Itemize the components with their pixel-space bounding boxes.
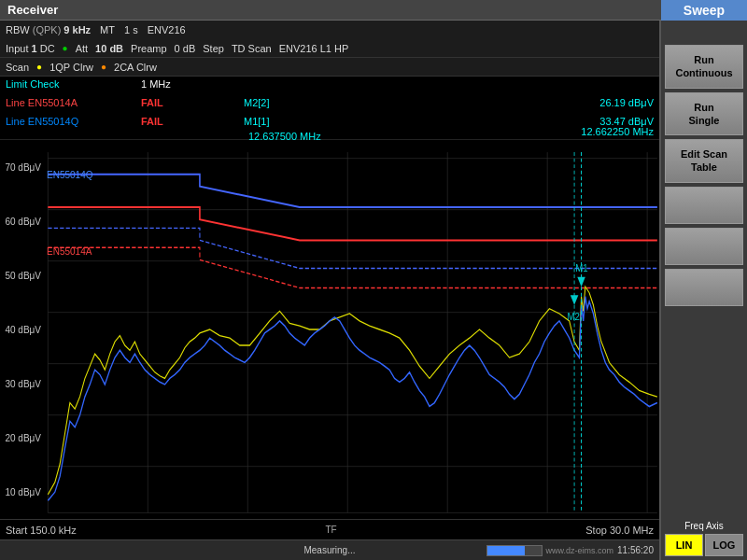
scan-label: Scan: [6, 62, 29, 73]
spectrum-chart: M1 M2: [0, 140, 659, 519]
m2-label: M2[2]: [244, 97, 270, 108]
m1-label: M1[1]: [244, 116, 270, 127]
empty-btn-3[interactable]: [665, 269, 743, 306]
det-value: 1 s: [124, 24, 138, 35]
env-label: ENV216: [148, 24, 186, 35]
m1-freq-row: 12.662250 MHz: [581, 126, 654, 137]
preamp-label: Preamp: [131, 43, 167, 54]
watermark: www.dz-eims.com: [546, 546, 614, 555]
freq-axis-section: Freq Axis LIN LOG: [661, 517, 747, 560]
empty-btn-1[interactable]: [665, 187, 743, 224]
app-title: Receiver: [7, 3, 58, 17]
preamp-value: 0 dB: [175, 43, 196, 54]
step-type: TD Scan: [232, 43, 272, 54]
bottom-labels: Start 150.0 kHz TF Stop 30.0 MHz: [0, 519, 659, 539]
lin-button[interactable]: LIN: [665, 534, 703, 556]
progress-bar: [486, 545, 543, 556]
sweep-header: Sweep: [661, 0, 747, 21]
status-bar: Measuring... www.dz-eims.com 11:56:20: [0, 539, 659, 560]
time-display: 11:56:20: [617, 545, 654, 555]
dot-1qp: ●: [36, 62, 42, 72]
status-right: www.dz-eims.com 11:56:20: [438, 545, 654, 556]
en55014a-chart-label: EN55014A: [47, 246, 92, 257]
log-button[interactable]: LOG: [705, 534, 743, 556]
freq-1mhz: 1 MHz: [141, 78, 244, 97]
clrw2: 2CA Clrw: [114, 62, 157, 73]
run-continuous-button[interactable]: Run Continuous: [665, 45, 743, 89]
m2-dbmuv: 26.19 dBμV: [599, 97, 654, 108]
dot-2ca: ●: [101, 62, 106, 72]
stop-freq: Stop 30.0 MHz: [585, 525, 654, 536]
svg-marker-16: [577, 277, 585, 287]
input-label: Input 1 DC: [6, 43, 55, 54]
svg-marker-19: [571, 295, 579, 304]
input-dot: ●: [63, 43, 68, 53]
scan-bar: Scan ● 1QP Clrw ● 2CA Clrw: [0, 58, 659, 77]
chart-area: 70 dBμV 60 dBμV 50 dBμV 40 dBμV 30 dBμV …: [0, 140, 659, 519]
svg-text:M1: M1: [575, 261, 587, 273]
info-bar: RBW (QPK) 9 kHz MT 1 s ENV216: [0, 21, 659, 39]
marker-panel: Limit Check 1 MHz Line EN55014A FAIL M2[…: [0, 77, 659, 140]
det-label: MT: [100, 24, 115, 35]
m1-freq: 12.662250 MHz: [581, 126, 654, 137]
att-label: Att: [76, 43, 88, 54]
run-single-button[interactable]: Run Single: [665, 92, 743, 136]
edit-scan-table-button[interactable]: Edit Scan Table: [665, 139, 743, 183]
step-label: Step: [203, 43, 224, 54]
freq-axis-label: Freq Axis: [665, 521, 743, 531]
svg-text:M2: M2: [568, 310, 580, 322]
limit-check-label: Limit Check: [6, 78, 141, 97]
rbw-label: RBW (QPK) 9 kHz: [6, 24, 91, 35]
m2-label-area: M2[2] 26.19 dBμV: [244, 97, 654, 116]
clrw1: 1QP Clrw: [49, 62, 93, 73]
input-bar: Input 1 DC ● Att 10 dB Preamp 0 dB Step …: [0, 39, 659, 58]
fail1: FAIL: [141, 97, 244, 116]
start-freq: Start 150.0 kHz: [6, 525, 77, 536]
button-area: Run Continuous Run Single Edit Scan Tabl…: [661, 41, 747, 517]
en55014q-label-row: Line EN55014Q: [6, 116, 141, 134]
right-panel: Sweep Run Continuous Run Single Edit Sca…: [661, 21, 747, 560]
env-value: ENV216 L1 HP: [279, 43, 349, 54]
m2-empty: [244, 78, 654, 97]
att-value: 10 dB: [95, 43, 123, 54]
title-bar: Receiver ⠿: [0, 0, 747, 21]
lin-log-row: LIN LOG: [665, 534, 743, 556]
fail2: FAIL: [141, 116, 244, 134]
empty-btn-2[interactable]: [665, 228, 743, 265]
screen-area: RBW (QPK) 9 kHz MT 1 s ENV216 Input 1 DC…: [0, 21, 661, 560]
progress-fill: [487, 546, 526, 555]
en55014a-label: Line EN55014A: [6, 97, 141, 116]
tf-label: TF: [325, 525, 336, 535]
measuring-label: Measuring...: [221, 545, 437, 555]
en55014q-chart-label: EN55014Q: [47, 170, 92, 180]
